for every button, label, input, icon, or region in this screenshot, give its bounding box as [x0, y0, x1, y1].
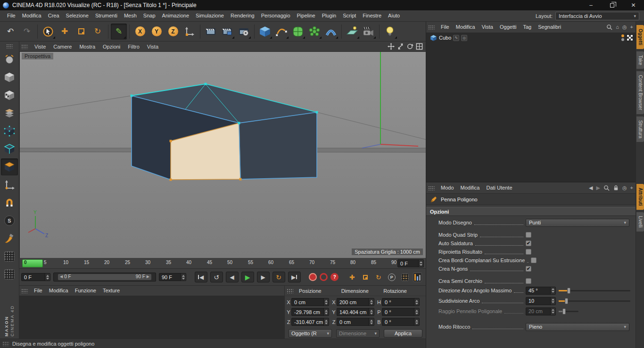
spinner-down-icon[interactable]: [370, 303, 373, 306]
direzione-arco-field[interactable]: 45 °: [526, 287, 556, 295]
spinner[interactable]: [323, 318, 329, 325]
object-edit-icon[interactable]: ✎: [453, 35, 459, 41]
record-options-button[interactable]: ?: [330, 273, 339, 281]
viewport-menu-viste[interactable]: Viste: [31, 44, 50, 50]
panel-grip-icon[interactable]: [21, 44, 28, 49]
spinner-down-icon[interactable]: [370, 323, 373, 326]
viewport-menu-filtro[interactable]: Filtro: [124, 44, 143, 50]
panel-grip-icon[interactable]: [21, 289, 28, 293]
spinner[interactable]: [550, 298, 555, 305]
spinner-up-icon[interactable]: [325, 298, 328, 302]
menu-mesh[interactable]: Mesh: [121, 10, 140, 21]
menu-modifica[interactable]: Modifica: [19, 10, 45, 21]
spinner[interactable]: [369, 308, 374, 315]
spinner[interactable]: [369, 318, 374, 325]
key-rotation-button[interactable]: ↻: [373, 272, 384, 282]
material-menu-modifica[interactable]: Modifica: [46, 285, 72, 296]
scale-tool-button[interactable]: [73, 24, 89, 40]
material-menu-funzione[interactable]: Funzione: [72, 285, 99, 296]
am-menu-modo[interactable]: Modo: [438, 182, 457, 193]
texture-axis-mode-button[interactable]: [1, 105, 18, 122]
spinner-up-icon[interactable]: [415, 298, 418, 302]
panel-grip-icon[interactable]: [6, 44, 13, 49]
history-back-icon[interactable]: ◀: [589, 185, 593, 191]
key-scale-button[interactable]: [360, 272, 371, 282]
spinner-up-icon[interactable]: [370, 308, 373, 312]
add-panel-icon[interactable]: +: [630, 25, 633, 30]
object-name[interactable]: Cubo: [439, 35, 451, 41]
frame-spinner[interactable]: [181, 273, 186, 281]
om-menu-file[interactable]: File: [438, 22, 453, 33]
snap-settings-button[interactable]: S: [1, 212, 18, 229]
render-view-button[interactable]: [203, 24, 219, 40]
last-tool-polygon-pen-button[interactable]: ✎: [111, 24, 127, 40]
toggle-view-icon[interactable]: [416, 43, 423, 50]
add-environment-button[interactable]: [344, 24, 360, 40]
pos-y-field[interactable]: -29.798 cm: [291, 308, 329, 316]
menu-simulazione[interactable]: Simulazione: [192, 10, 227, 21]
previous-key-button[interactable]: ↺: [210, 272, 223, 282]
maximize-button[interactable]: [602, 0, 623, 10]
rot-h-field[interactable]: 0 °: [382, 298, 420, 306]
spinner-up-icon[interactable]: [370, 318, 373, 322]
menu-pipeline[interactable]: Pipeline: [294, 10, 319, 21]
paint-workplane-button[interactable]: [1, 230, 18, 247]
coordinate-mode-dropdown[interactable]: Oggetto (R▾: [289, 329, 332, 338]
texture-mode-button[interactable]: [1, 87, 18, 104]
frame-spinner[interactable]: [45, 273, 50, 281]
spinner-down-icon[interactable]: [420, 264, 422, 267]
spinner-up-icon[interactable]: [46, 273, 49, 277]
redo-button[interactable]: ↷: [19, 24, 35, 40]
suddivisione-arco-field[interactable]: 10: [526, 297, 556, 305]
spinner[interactable]: [323, 308, 329, 315]
rot-b-field[interactable]: 0 °: [382, 318, 420, 326]
pan-view-icon[interactable]: [388, 43, 395, 50]
snap-magnet-button[interactable]: [1, 194, 18, 211]
current-frame-field[interactable]: 0 F: [21, 273, 50, 281]
material-menu-texture[interactable]: Texture: [99, 285, 123, 296]
spinner-up-icon[interactable]: [182, 273, 185, 277]
semi-cerchio-checkbox[interactable]: [526, 278, 531, 284]
spinner-down-icon[interactable]: [46, 278, 49, 281]
spinner-up-icon[interactable]: [370, 298, 373, 302]
material-menu-file[interactable]: File: [31, 285, 46, 296]
dim-y-field[interactable]: 140.404 cm: [337, 308, 374, 316]
spinner[interactable]: [323, 298, 329, 306]
add-panel-icon[interactable]: +: [630, 185, 633, 191]
spinner[interactable]: [414, 308, 419, 315]
home-icon[interactable]: ⌂: [616, 25, 619, 30]
move-tool-button[interactable]: ✚: [57, 24, 73, 40]
pos-x-field[interactable]: 0 cm: [291, 298, 329, 306]
grid-array-b-button[interactable]: [1, 266, 18, 283]
spinner-down-icon[interactable]: [415, 303, 418, 306]
om-menu-segnalibri[interactable]: Segnalibri: [535, 22, 564, 33]
object-list[interactable]: Cubo ✎ ◎: [426, 33, 636, 182]
spinner-down-icon[interactable]: [552, 301, 554, 305]
history-forward-icon[interactable]: ▶: [596, 185, 600, 191]
spinner-up-icon[interactable]: [552, 287, 554, 290]
menu-snap[interactable]: Snap: [140, 10, 159, 21]
layout-dropdown[interactable]: Interfaccia di Avvio ▾: [555, 12, 639, 20]
bordi-complanari-checkbox[interactable]: [531, 257, 537, 263]
viewport-menu-camere[interactable]: Camere: [50, 44, 75, 50]
menu-file[interactable]: File: [4, 10, 19, 21]
key-parameter-button[interactable]: P: [387, 272, 397, 282]
focus-icon[interactable]: ◎: [622, 185, 627, 191]
spinner-up-icon[interactable]: [420, 260, 422, 263]
lock-icon[interactable]: [613, 185, 619, 191]
am-menu-dati-utente[interactable]: Dati Utente: [483, 182, 516, 193]
om-menu-modifica[interactable]: Modifica: [453, 22, 479, 33]
frame-spinner[interactable]: [418, 260, 423, 267]
apply-button[interactable]: Applica: [384, 329, 422, 338]
timeline-ruler[interactable]: 0 5 10 15 20 25 30 35 40 45 50 55 60 65 …: [19, 258, 426, 269]
autokey-button[interactable]: [320, 273, 328, 281]
add-mograph-button[interactable]: [306, 24, 322, 40]
add-cube-button[interactable]: [257, 24, 273, 40]
tab-oggetti[interactable]: Oggetti: [636, 25, 644, 49]
modo-disegno-dropdown[interactable]: Punti▾: [526, 219, 629, 227]
tab-attributi[interactable]: Attributi: [636, 184, 644, 210]
keying-settings-button[interactable]: [413, 273, 422, 282]
spinner-down-icon[interactable]: [182, 278, 185, 281]
viewport-menu-opzioni[interactable]: Opzioni: [99, 44, 124, 50]
object-row-cubo[interactable]: Cubo ✎ ◎: [426, 33, 636, 42]
